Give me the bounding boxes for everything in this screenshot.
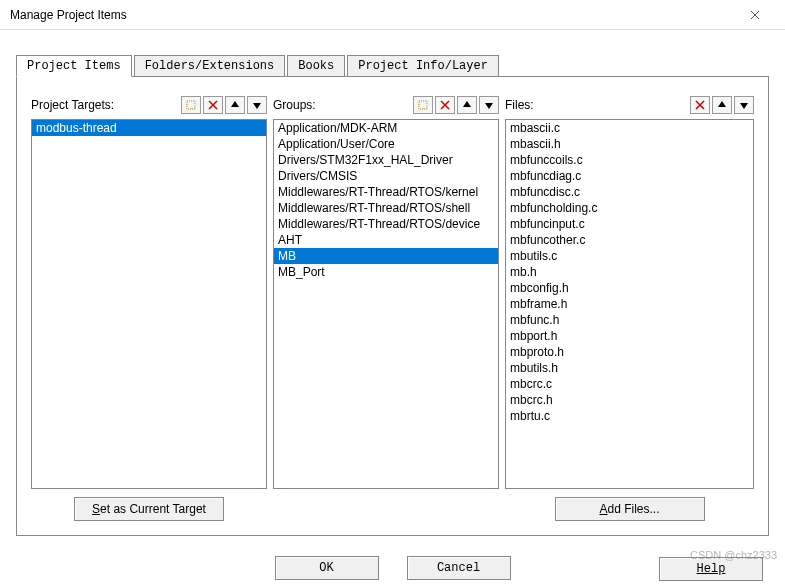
groups-header: Groups: [273,93,499,117]
files-listbox[interactable]: mbascii.cmbascii.hmbfunccoils.cmbfuncdia… [505,119,754,489]
window-title: Manage Project Items [10,8,735,22]
list-item[interactable]: mbfuncdisc.c [506,184,753,200]
delete-icon [207,99,219,111]
list-item[interactable]: MB [274,248,498,264]
arrow-down-icon [738,99,750,111]
list-item[interactable]: mbutils.h [506,360,753,376]
delete-target-button[interactable] [203,96,223,114]
list-item[interactable]: AHT [274,232,498,248]
list-item[interactable]: mbcrc.h [506,392,753,408]
project-targets-header: Project Targets: [31,93,267,117]
delete-icon [439,99,451,111]
files-header: Files: [505,93,754,117]
list-item[interactable]: mbfunccoils.c [506,152,753,168]
list-item[interactable]: Drivers/CMSIS [274,168,498,184]
ok-button[interactable]: OK [275,556,379,580]
close-icon [750,10,760,20]
list-item[interactable]: mbproto.h [506,344,753,360]
list-item[interactable]: mbascii.h [506,136,753,152]
list-item[interactable]: mbutils.c [506,248,753,264]
arrow-up-icon [229,99,241,111]
files-column: Files: mbascii.cmbascii.hmbfunccoils.cmb… [505,93,754,521]
delete-group-button[interactable] [435,96,455,114]
tab-project-items[interactable]: Project Items [16,55,132,77]
svg-rect-1 [419,101,427,109]
tab-folders-extensions[interactable]: Folders/Extensions [134,55,286,77]
list-item[interactable]: mbfuncinput.c [506,216,753,232]
tabstrip: Project ItemsFolders/ExtensionsBooksProj… [16,54,785,76]
list-item[interactable]: mbfuncother.c [506,232,753,248]
list-item[interactable]: mbfuncdiag.c [506,168,753,184]
move-target-up-button[interactable] [225,96,245,114]
tab-panel: Project Targets: modbus-thread Set as Cu… [16,76,769,536]
titlebar: Manage Project Items [0,0,785,30]
project-targets-listbox[interactable]: modbus-thread [31,119,267,489]
add-files-button[interactable]: Add Files... [555,497,705,521]
arrow-up-icon [716,99,728,111]
move-group-down-button[interactable] [479,96,499,114]
project-targets-label: Project Targets: [31,98,179,112]
files-label: Files: [505,98,688,112]
move-group-up-button[interactable] [457,96,477,114]
cancel-button[interactable]: Cancel [407,556,511,580]
list-item[interactable]: Drivers/STM32F1xx_HAL_Driver [274,152,498,168]
list-item[interactable]: mbascii.c [506,120,753,136]
move-target-down-button[interactable] [247,96,267,114]
list-item[interactable]: Middlewares/RT-Thread/RTOS/shell [274,200,498,216]
list-item[interactable]: Middlewares/RT-Thread/RTOS/kernel [274,184,498,200]
list-item[interactable]: mbframe.h [506,296,753,312]
project-targets-column: Project Targets: modbus-thread Set as Cu… [31,93,267,521]
groups-label: Groups: [273,98,411,112]
move-file-up-button[interactable] [712,96,732,114]
list-item[interactable]: mbcrc.c [506,376,753,392]
delete-icon [694,99,706,111]
delete-file-button[interactable] [690,96,710,114]
list-item[interactable]: mbfunc.h [506,312,753,328]
new-target-button[interactable] [181,96,201,114]
list-item[interactable]: Application/User/Core [274,136,498,152]
groups-listbox[interactable]: Application/MDK-ARMApplication/User/Core… [273,119,499,489]
list-item[interactable]: mbport.h [506,328,753,344]
arrow-down-icon [251,99,263,111]
list-item[interactable]: mbconfig.h [506,280,753,296]
list-item[interactable]: Application/MDK-ARM [274,120,498,136]
list-item[interactable]: MB_Port [274,264,498,280]
list-item[interactable]: mb.h [506,264,753,280]
move-file-down-button[interactable] [734,96,754,114]
arrow-down-icon [483,99,495,111]
new-icon [417,99,429,111]
new-icon [185,99,197,111]
list-item[interactable]: mbrtu.c [506,408,753,424]
tab-books[interactable]: Books [287,55,345,77]
list-item[interactable]: Middlewares/RT-Thread/RTOS/device [274,216,498,232]
help-button[interactable]: Help [659,557,763,581]
list-item[interactable]: mbfuncholding.c [506,200,753,216]
tab-project-info-layer[interactable]: Project Info/Layer [347,55,499,77]
list-item[interactable]: modbus-thread [32,120,266,136]
set-as-current-target-button[interactable]: Set as Current Target [74,497,224,521]
arrow-up-icon [461,99,473,111]
groups-column: Groups: Application/MDK-ARMApplication/U… [273,93,499,521]
close-button[interactable] [735,1,775,29]
svg-rect-0 [187,101,195,109]
new-group-button[interactable] [413,96,433,114]
